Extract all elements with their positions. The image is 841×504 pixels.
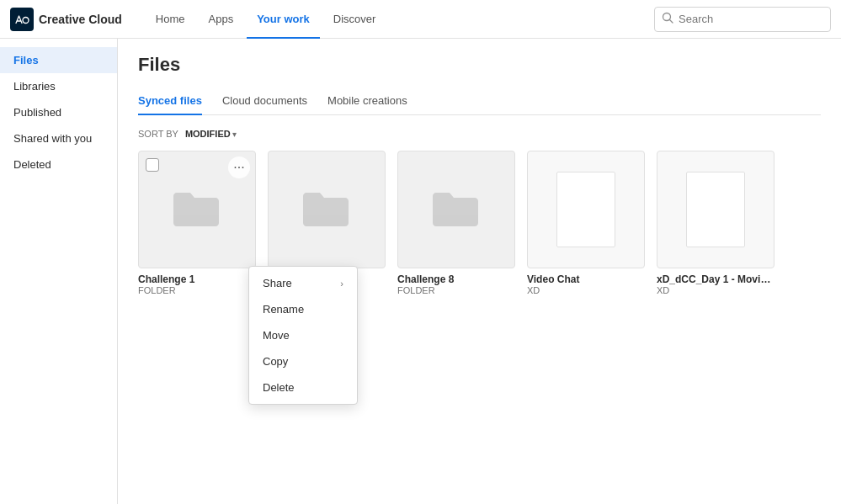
context-item-label-copy: Copy bbox=[263, 355, 288, 368]
sidebar-item-published[interactable]: Published bbox=[0, 99, 117, 125]
tab-cloud-documents[interactable]: Cloud documents bbox=[222, 88, 307, 115]
context-menu-item-delete[interactable]: Delete bbox=[249, 374, 357, 401]
context-menu-item-rename[interactable]: Rename bbox=[249, 296, 357, 322]
svg-rect-0 bbox=[10, 8, 34, 31]
nav-home[interactable]: Home bbox=[146, 0, 195, 39]
file-type-challenge-8: FOLDER bbox=[397, 285, 515, 295]
search-icon bbox=[662, 12, 673, 26]
card-thumbnail-challenge-8-copy bbox=[268, 151, 386, 268]
file-checkbox-challenge-1[interactable] bbox=[146, 158, 159, 172]
nav-discover[interactable]: Discover bbox=[323, 0, 386, 39]
tab-mobile-creations[interactable]: Mobile creations bbox=[327, 88, 407, 115]
layout: Files Libraries Published Shared with yo… bbox=[0, 39, 841, 504]
file-more-button-challenge-1[interactable]: ··· bbox=[228, 157, 250, 178]
file-card-challenge-8[interactable]: Challenge 8 FOLDER bbox=[397, 151, 515, 295]
sidebar-item-files[interactable]: Files bbox=[0, 47, 117, 73]
context-menu-item-move[interactable]: Move bbox=[249, 322, 357, 348]
context-menu-item-share[interactable]: Share › bbox=[249, 270, 357, 296]
card-thumbnail-video-chat bbox=[527, 151, 645, 268]
tab-synced-files[interactable]: Synced files bbox=[138, 88, 202, 115]
context-menu-item-copy[interactable]: Copy bbox=[249, 348, 357, 374]
card-thumbnail-challenge-8 bbox=[397, 151, 515, 268]
top-navigation: Creative Cloud Home Apps Your work Disco… bbox=[0, 0, 841, 39]
page-title: Files bbox=[138, 54, 821, 76]
content-tabs: Synced files Cloud documents Mobile crea… bbox=[138, 88, 821, 115]
main-content: Files Synced files Cloud documents Mobil… bbox=[118, 39, 841, 504]
sidebar-item-deleted[interactable]: Deleted bbox=[0, 151, 117, 178]
file-type-video-chat: XD bbox=[527, 285, 645, 295]
main-nav-links: Home Apps Your work Discover bbox=[146, 0, 386, 38]
sort-chevron-icon: ▾ bbox=[232, 130, 237, 139]
folder-icon bbox=[172, 183, 222, 236]
context-arrow-share-icon: › bbox=[340, 279, 343, 289]
sidebar: Files Libraries Published Shared with yo… bbox=[0, 39, 118, 504]
folder-icon bbox=[431, 183, 482, 236]
brand-label: Creative Cloud bbox=[39, 13, 122, 26]
xd-preview-video-chat bbox=[556, 172, 615, 247]
nav-your-work[interactable]: Your work bbox=[247, 0, 320, 39]
creative-cloud-logo-icon bbox=[10, 8, 34, 31]
file-type-xd-dcc-day: XD bbox=[657, 285, 774, 295]
file-card-challenge-1[interactable]: ··· Challenge 1 FOLDER bbox=[138, 151, 256, 295]
search-input[interactable] bbox=[679, 13, 823, 25]
folder-icon bbox=[301, 183, 352, 236]
brand[interactable]: Creative Cloud bbox=[10, 8, 122, 31]
card-thumbnail-xd-dcc-day bbox=[657, 151, 774, 268]
context-menu: Share › Rename Move Copy Delete bbox=[248, 266, 358, 405]
nav-apps[interactable]: Apps bbox=[199, 0, 244, 39]
search-bar bbox=[654, 7, 831, 32]
file-name-challenge-1: Challenge 1 bbox=[138, 273, 256, 285]
file-type-challenge-1: FOLDER bbox=[138, 285, 256, 295]
context-item-label-share: Share bbox=[263, 277, 292, 289]
file-name-video-chat: Video Chat bbox=[527, 273, 645, 285]
svg-line-2 bbox=[670, 20, 673, 24]
file-name-xd-dcc-day: xD_dCC_Day 1 - Movie Tim… bbox=[657, 273, 774, 285]
file-card-video-chat[interactable]: Video Chat XD bbox=[527, 151, 645, 295]
context-item-label-rename: Rename bbox=[263, 303, 304, 316]
file-card-xd-dcc-day[interactable]: xD_dCC_Day 1 - Movie Tim… XD bbox=[657, 151, 774, 295]
file-grid: ··· Challenge 1 FOLDER Challenge 8 copy … bbox=[138, 151, 821, 295]
sort-value: MODIFIED bbox=[185, 129, 231, 139]
context-item-label-move: Move bbox=[263, 329, 290, 342]
sidebar-item-libraries[interactable]: Libraries bbox=[0, 73, 117, 99]
file-name-challenge-8: Challenge 8 bbox=[397, 273, 515, 285]
card-thumbnail-challenge-1: ··· bbox=[138, 151, 256, 268]
context-item-label-delete: Delete bbox=[263, 381, 295, 394]
sort-bar[interactable]: SORT BY MODIFIED ▾ bbox=[138, 129, 821, 139]
sidebar-item-shared-with-you[interactable]: Shared with you bbox=[0, 125, 117, 151]
xd-preview-xd-dcc-day bbox=[686, 172, 745, 247]
sort-by-label: SORT BY bbox=[138, 129, 178, 139]
